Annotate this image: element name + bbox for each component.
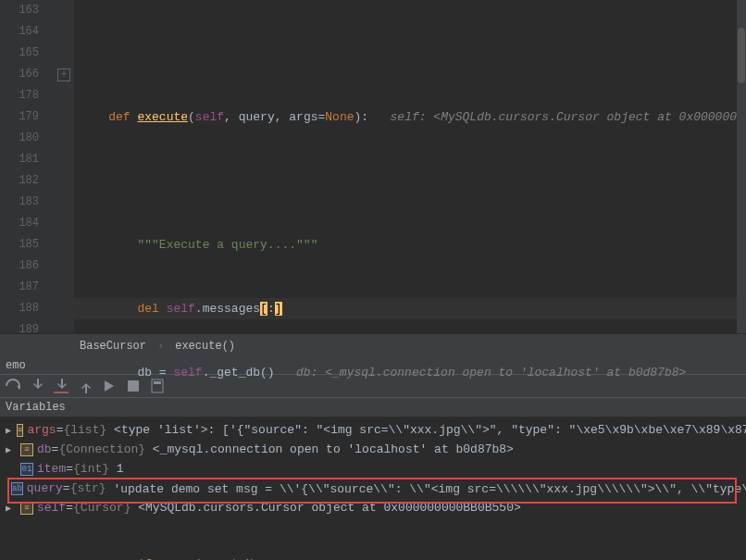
line-num[interactable]: 185: [0, 234, 39, 255]
var-value: <MySQLdb.cursors.Cursor object at 0x0000…: [138, 501, 520, 515]
str-var-icon: ab: [11, 482, 23, 495]
line-num[interactable]: 183: [0, 192, 39, 213]
line-num[interactable]: 164: [0, 21, 39, 43]
line-num[interactable]: 181: [0, 149, 39, 170]
line-gutter[interactable]: 163 164 165 166 178 179 180 181 182 183 …: [0, 0, 56, 333]
var-value: 'update demo set msg = \\'{\\"source\\":…: [113, 480, 746, 497]
line-num[interactable]: 189: [0, 319, 39, 341]
list-var-icon: ≡: [17, 424, 23, 437]
code-line[interactable]: [74, 43, 746, 64]
code-line[interactable]: def execute(self, query, args=None): sel…: [74, 106, 746, 128]
force-step-into-icon[interactable]: [54, 379, 68, 393]
variable-row[interactable]: 01 item = {int} 1: [0, 459, 746, 479]
var-name: args: [27, 423, 56, 437]
svg-rect-3: [154, 381, 161, 384]
vertical-scrollbar[interactable]: [737, 0, 746, 333]
code-line[interactable]: """Execute a query....""": [74, 234, 746, 255]
line-num[interactable]: 180: [0, 128, 39, 149]
var-name: query: [27, 481, 63, 495]
var-value: <_mysql.connection open to 'localhost' a…: [153, 442, 514, 456]
code-line[interactable]: del self.messages[:]: [74, 298, 746, 319]
list-var-icon: ≡: [20, 443, 33, 456]
evaluate-icon[interactable]: [126, 379, 141, 393]
var-name: db: [37, 442, 52, 456]
variable-row[interactable]: ▶ ≡ self = {Cursor} <MySQLdb.cursors.Cur…: [0, 498, 746, 517]
var-type: {Connection}: [58, 442, 145, 456]
code-line[interactable]: if args is not None:: [74, 554, 746, 560]
code-line[interactable]: db = self._get_db() db: <_mysql.connecti…: [74, 362, 746, 383]
int-var-icon: 01: [20, 463, 33, 476]
expand-icon[interactable]: ▶: [6, 444, 15, 455]
variable-row[interactable]: ▶ ≡ db = {Connection} <_mysql.connection…: [0, 440, 746, 459]
line-num[interactable]: 166: [0, 64, 39, 85]
line-num[interactable]: 184: [0, 213, 39, 234]
fold-column[interactable]: +: [56, 0, 74, 333]
var-value: 1: [117, 462, 124, 476]
svg-rect-0: [54, 392, 68, 393]
var-type: {Cursor}: [73, 501, 131, 515]
list-var-icon: ≡: [20, 502, 33, 515]
scroll-thumb[interactable]: [738, 28, 745, 83]
code-editor[interactable]: 163 164 165 166 178 179 180 181 182 183 …: [0, 0, 746, 333]
calculator-icon[interactable]: [150, 379, 165, 393]
step-over-icon[interactable]: [6, 379, 20, 393]
expand-icon[interactable]: ▶: [6, 503, 15, 514]
var-type: {str}: [70, 481, 106, 495]
var-name: self: [37, 501, 66, 515]
variable-row[interactable]: ▶ ≡ args = {list} <type 'list'>: ['{"sou…: [0, 420, 746, 440]
line-num[interactable]: 186: [0, 255, 39, 277]
line-num[interactable]: 165: [0, 43, 39, 64]
var-type: {list}: [63, 423, 106, 437]
line-num[interactable]: 182: [0, 170, 39, 192]
var-name: item: [37, 462, 66, 476]
line-num[interactable]: 179: [0, 106, 39, 128]
step-into-icon[interactable]: [30, 379, 44, 393]
line-num[interactable]: 187: [0, 277, 39, 298]
step-out-icon[interactable]: [78, 379, 93, 393]
run-to-cursor-icon[interactable]: [102, 379, 117, 393]
svg-rect-1: [128, 380, 139, 392]
expand-icon[interactable]: +: [57, 68, 70, 81]
line-num[interactable]: 163: [0, 0, 39, 21]
code-body[interactable]: def execute(self, query, args=None): sel…: [74, 0, 746, 333]
expand-icon[interactable]: ▶: [6, 425, 11, 436]
line-num-current[interactable]: 188: [0, 298, 39, 319]
code-line[interactable]: [74, 170, 746, 192]
variable-row-highlighted[interactable]: ab query = {str} 'update demo set msg = …: [0, 479, 746, 498]
var-type: {int}: [73, 462, 109, 476]
variables-panel: ▶ ≡ args = {list} <type 'list'>: ['{"sou…: [0, 417, 746, 521]
line-num[interactable]: 178: [0, 85, 39, 106]
var-value: <type 'list'>: ['{"source": "<img src=\\…: [114, 423, 746, 437]
